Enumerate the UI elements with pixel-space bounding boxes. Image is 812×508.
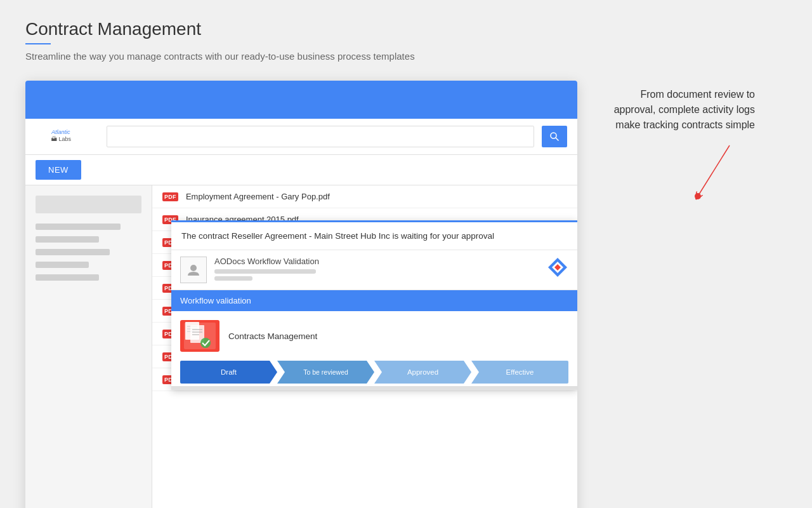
main-layout: Atlantic 🏔 Labs NEW: [25, 81, 787, 508]
app-body: PDF Employment Agreement - Gary Pop.pdf …: [25, 185, 577, 508]
workflow-bottom-bar: [171, 386, 577, 390]
list-item[interactable]: PDF Employment Agreement - Gary Pop.pdf: [152, 185, 577, 208]
page-container: Contract Management Streamline the way y…: [0, 0, 812, 508]
sender-row: AODocs Workflow Validation: [171, 250, 577, 290]
app-header-bar: [25, 81, 577, 119]
logo-icon: Atlantic 🏔 Labs: [51, 125, 83, 148]
app-window: Atlantic 🏔 Labs NEW: [25, 81, 577, 508]
stage-approved: Approved: [374, 361, 471, 384]
workflow-section-header: Workflow validation: [171, 290, 577, 311]
page-subtitle: Streamline the way you manage contracts …: [25, 51, 787, 62]
workflow-notification-card: The contract Reseller Agreement - Main S…: [171, 220, 577, 390]
stage-reviewed: To be reviewed: [277, 361, 374, 384]
sidebar-item-2: [36, 236, 99, 243]
sidebar-item-3: [36, 249, 110, 255]
right-annotation-text: From document review to approval, comple…: [596, 87, 755, 133]
title-underline: [25, 43, 51, 44]
file-name: Employment Agreement - Gary Pop.pdf: [186, 192, 330, 201]
sidebar-item-5: [36, 274, 99, 281]
svg-point-16: [200, 338, 211, 348]
search-button[interactable]: [542, 126, 567, 147]
app-toolbar: Atlantic 🏔 Labs: [25, 119, 577, 155]
workflow-body: Workflow validation: [171, 290, 577, 390]
app-sidebar: [25, 185, 152, 508]
stage-effective: Effective: [471, 361, 568, 384]
sidebar-item-4: [36, 262, 89, 268]
contract-image: [180, 320, 219, 352]
notification-title: The contract Reseller Agreement - Main S…: [171, 222, 577, 250]
page-title: Contract Management: [25, 19, 787, 39]
contract-row: Contracts Management: [180, 311, 568, 361]
svg-text:Atlantic: Atlantic: [51, 129, 70, 135]
right-annotation-area: From document review to approval, comple…: [577, 81, 755, 215]
new-button-row: NEW: [25, 155, 577, 185]
avatar: [180, 257, 207, 283]
aodocs-icon: [547, 257, 568, 278]
stage-draft: Draft: [180, 361, 277, 384]
svg-text:🏔 Labs: 🏔 Labs: [51, 136, 72, 142]
svg-line-3: [556, 138, 559, 141]
sidebar-search-placeholder: [36, 196, 141, 213]
sidebar-item-1: [36, 224, 121, 230]
contract-name: Contracts Management: [228, 331, 317, 341]
right-arrow-svg: [679, 139, 755, 215]
svg-point-2: [551, 133, 556, 138]
svg-line-17: [698, 145, 730, 196]
sender-meta-2: [214, 276, 252, 281]
svg-point-4: [190, 265, 197, 271]
svg-point-18: [695, 193, 701, 199]
search-input[interactable]: [107, 126, 534, 147]
pdf-icon: PDF: [162, 192, 178, 201]
sender-meta-1: [214, 269, 316, 274]
logo-area: Atlantic 🏔 Labs: [36, 125, 99, 148]
sender-details: AODocs Workflow Validation: [214, 257, 539, 281]
sender-name: AODocs Workflow Validation: [214, 257, 539, 266]
new-button[interactable]: NEW: [36, 160, 81, 180]
workflow-stages: Draft To be reviewed Approved Effective: [180, 361, 568, 384]
